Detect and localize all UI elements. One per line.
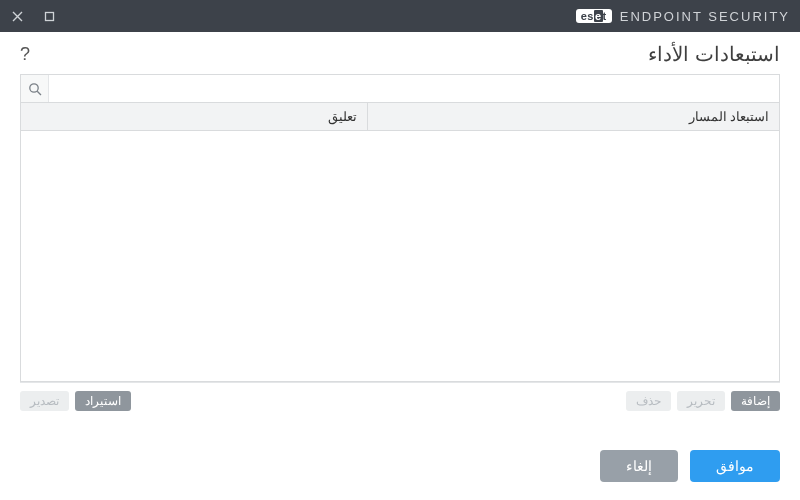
export-button[interactable]: تصدير [20,391,69,411]
table-body[interactable] [21,131,779,381]
maximize-icon[interactable] [42,9,56,23]
delete-button[interactable]: حذف [626,391,671,411]
close-icon[interactable] [10,9,24,23]
page-title: استبعادات الأداء [648,42,780,66]
footer: موافق إلغاء [0,436,800,500]
ok-button[interactable]: موافق [690,450,780,482]
svg-point-1 [29,83,37,91]
cancel-button[interactable]: إلغاء [600,450,678,482]
brand-badge: eset [576,9,612,23]
exclusions-table: استبعاد المسار تعليق [20,103,780,382]
import-button[interactable]: استيراد [75,391,131,411]
row-actions: إضافة تحرير حذف استيراد تصدير [20,382,780,415]
search-icon[interactable] [21,75,49,102]
edit-button[interactable]: تحرير [677,391,725,411]
window-controls [10,9,56,23]
help-icon[interactable]: ? [20,44,30,65]
titlebar: eset ENDPOINT SECURITY [0,0,800,32]
search-row [20,74,780,103]
col-path[interactable]: استبعاد المسار [367,103,779,130]
brand-product: ENDPOINT SECURITY [620,9,790,24]
col-comment[interactable]: تعليق [21,103,367,130]
svg-line-2 [37,91,41,95]
add-button[interactable]: إضافة [731,391,780,411]
search-input[interactable] [49,75,779,102]
table-header: استبعاد المسار تعليق [21,103,779,131]
svg-rect-0 [45,12,53,20]
brand: eset ENDPOINT SECURITY [576,9,790,24]
